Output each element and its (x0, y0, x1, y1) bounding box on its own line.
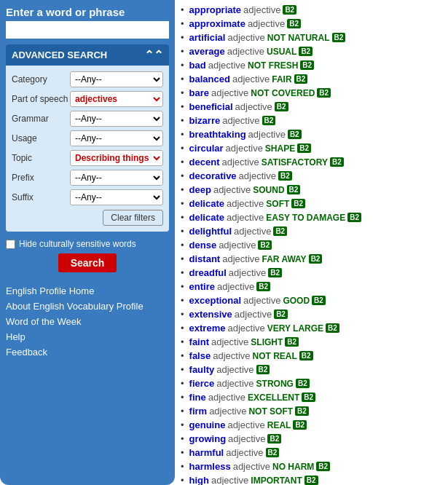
word-link[interactable]: decent (189, 157, 220, 167)
word-link[interactable]: entire (189, 281, 215, 292)
word-sense: NOT NATURAL (267, 33, 330, 43)
word-link[interactable]: breathtaking (189, 129, 246, 140)
word-link[interactable]: bad (189, 60, 206, 71)
word-pos: adjective (227, 46, 264, 57)
results-list: appropriateadjectiveB2approximateadjecti… (181, 3, 442, 485)
level-badge: B2 (330, 157, 344, 167)
word-link[interactable]: harmful (189, 447, 224, 458)
filter-select-part-of-speech[interactable]: adjectives (70, 91, 163, 107)
level-badge: B2 (285, 337, 299, 347)
search-label: Enter a word or phrase (6, 6, 169, 18)
list-item: circularadjectiveSHAPEB2 (181, 141, 442, 155)
word-link[interactable]: delightful (189, 226, 232, 237)
word-link[interactable]: beneficial (189, 101, 233, 112)
list-item: artificialadjectiveNOT NATURALB2 (181, 31, 442, 44)
word-link[interactable]: growing (189, 433, 227, 444)
word-link[interactable]: approximate (189, 18, 245, 29)
word-pos: adjective (239, 170, 276, 181)
word-link[interactable]: balanced (189, 74, 230, 84)
filter-label: Prefix (12, 173, 70, 183)
word-pos: adjective (211, 475, 248, 485)
word-link[interactable]: harmless (189, 461, 231, 472)
filter-row: Prefix--Any-- (12, 170, 163, 186)
word-sense: NOT SOFT (248, 406, 293, 417)
word-link[interactable]: genuine (189, 419, 226, 430)
word-link[interactable]: deep (189, 184, 211, 195)
filter-select-category[interactable]: --Any-- (70, 71, 163, 87)
word-pos: adjective (226, 447, 263, 458)
list-item: beneficialadjectiveB2 (181, 100, 442, 114)
word-link[interactable]: dense (189, 240, 217, 251)
word-link[interactable]: bare (189, 87, 209, 98)
level-badge: B2 (317, 88, 331, 98)
list-item: harmfuladjectiveB2 (181, 446, 442, 460)
word-sense: VERY LARGE (267, 323, 323, 334)
word-input[interactable] (6, 21, 169, 39)
word-sense: NOT REAL (253, 351, 297, 361)
word-link[interactable]: circular (189, 143, 224, 154)
word-link[interactable]: distant (189, 253, 221, 264)
filter-label: Part of speech (12, 94, 70, 104)
word-sense: SLIGHT (251, 337, 283, 347)
hide-sensitive-checkbox[interactable] (6, 240, 15, 249)
word-link[interactable]: fierce (189, 378, 215, 389)
level-badge: B2 (300, 60, 314, 70)
filter-select-topic[interactable]: Describing things (70, 150, 163, 166)
word-link[interactable]: fine (189, 392, 206, 403)
word-link[interactable]: dreadful (189, 267, 227, 278)
word-link[interactable]: bizarre (189, 115, 221, 126)
nav-link-help[interactable]: Help (6, 331, 169, 342)
word-link[interactable]: firm (189, 406, 208, 417)
word-pos: adjective (208, 60, 245, 71)
filter-select-usage[interactable]: --Any-- (70, 130, 163, 146)
word-pos: adjective (227, 323, 264, 334)
word-link[interactable]: exceptional (189, 295, 242, 306)
list-item: genuineadjectiveREALB2 (181, 418, 442, 432)
nav-link-about-english-vocabulary-profile[interactable]: About English Vocabulary Profile (6, 301, 169, 312)
level-badge: B2 (299, 351, 313, 360)
clear-filters-button[interactable]: Clear filters (103, 210, 163, 226)
word-pos: adjective (213, 184, 251, 195)
level-badge: B2 (294, 74, 308, 84)
word-pos: adjective (222, 253, 259, 264)
level-badge: B2 (262, 116, 276, 125)
list-item: decentadjectiveSATISFACTORYB2 (181, 155, 442, 169)
level-badge: B2 (287, 19, 301, 28)
word-link[interactable]: faint (189, 336, 209, 347)
word-link[interactable]: delicate (189, 198, 224, 209)
word-pos: adjective (213, 350, 250, 361)
filter-row: Category--Any-- (12, 71, 163, 87)
list-item: harmlessadjectiveNO HARMB2 (181, 460, 442, 473)
word-link[interactable]: extreme (189, 323, 226, 334)
word-link[interactable]: delicate (189, 212, 224, 223)
level-badge: B2 (347, 213, 361, 222)
word-link[interactable]: artificial (189, 32, 226, 43)
filter-label: Usage (12, 133, 70, 143)
search-button[interactable]: Search (58, 253, 117, 272)
word-link[interactable]: extensive (189, 309, 232, 320)
filter-select-grammar[interactable]: --Any-- (70, 111, 163, 127)
nav-link-english-profile-home[interactable]: English Profile Home (6, 285, 169, 296)
word-link[interactable]: average (189, 46, 225, 57)
list-item: faintadjectiveSLIGHTB2 (181, 335, 442, 349)
level-badge: B2 (291, 199, 305, 208)
collapse-icon[interactable]: ⌃⌃ (144, 48, 163, 62)
nav-link-word-of-the-week[interactable]: Word of the Week (6, 316, 169, 327)
word-sense: GOOD (283, 296, 310, 306)
level-badge: B2 (288, 130, 302, 139)
nav-links: English Profile HomeAbout English Vocabu… (6, 285, 169, 358)
word-link[interactable]: false (189, 350, 211, 361)
word-pos: adjective (216, 364, 254, 375)
word-sense: FAIR (272, 74, 291, 84)
filter-select-suffix[interactable]: --Any-- (70, 189, 163, 205)
word-link[interactable]: faulty (189, 364, 215, 375)
word-sense: SOFT (266, 199, 289, 209)
word-link[interactable]: high (189, 475, 209, 485)
word-link[interactable]: appropriate (189, 4, 242, 15)
word-link[interactable]: decorative (189, 170, 237, 181)
filter-select-prefix[interactable]: --Any-- (70, 170, 163, 186)
word-sense: REAL (267, 420, 291, 430)
word-sense: EXCELLENT (248, 393, 299, 403)
nav-link-feedback[interactable]: Feedback (6, 347, 169, 358)
word-pos: adjective (234, 226, 271, 237)
